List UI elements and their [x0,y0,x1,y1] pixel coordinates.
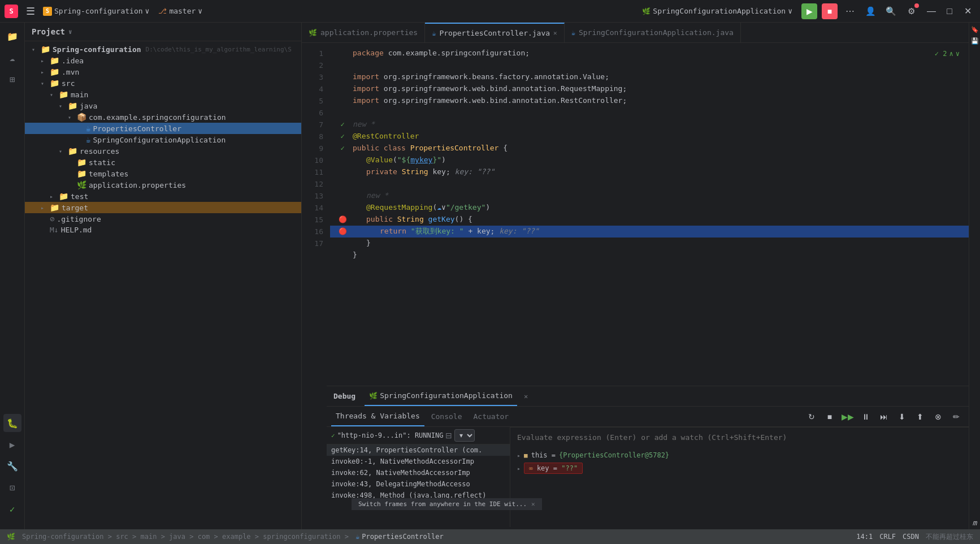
code-line-new-2: new * [330,190,971,202]
right-icon-database[interactable]: 💾 [970,36,979,45]
maximize-button[interactable]: □ [942,3,957,19]
tree-item-java[interactable]: ▾ 📁 java [25,100,301,111]
frame-invoke43[interactable]: invoke:43, DelegatingMethodAccesso [327,478,510,490]
tree-item-spring-app[interactable]: ☕ SpringConfigurationApplication [25,134,301,145]
debug-header: Debug 🌿 SpringConfigurationApplication ✕… [327,386,980,407]
right-icon-bookmark[interactable]: 🔖 [970,25,979,34]
status-encoding[interactable]: CSDN [903,533,919,541]
code-line-10: private String key; key: "??" [330,166,971,178]
frame-getkey[interactable]: getKey:14, PropertiesController (com. [327,444,510,456]
debug-tab-close[interactable]: ✕ [524,392,528,400]
project-title: Project [32,27,65,36]
project-dropdown[interactable]: ∨ [68,28,72,36]
var-this[interactable]: ▸ ■ this = {PropertiesController@5782} [510,450,980,461]
tree-item-properties-controller[interactable]: ☕ PropertiesController [25,123,301,134]
debug-edit-button[interactable]: ✏ [948,409,964,425]
frame-invoke62[interactable]: invoke:62, NativeMethodAccessorImp [327,467,510,478]
tree-item-target[interactable]: ▸ 📁 target [25,202,301,213]
code-line-14: 🔴 return "获取到key: " + key; key: "??" [330,226,971,238]
code-area[interactable]: package com.example.springconfiguration;… [330,43,971,403]
user-button[interactable]: 👤 [862,3,878,19]
tree-item-idea[interactable]: ▸ 📁 .idea [25,55,301,66]
branch-selector[interactable]: ⎇ master ∨ [158,7,202,15]
status-class: ☕ PropertiesController [355,533,444,541]
sidebar-icon-folder[interactable]: 📁 [3,27,21,45]
debug-step-over-button[interactable]: ⏭ [876,409,892,425]
sidebar-icon-git[interactable]: ✓ [3,500,21,518]
tab-console[interactable]: Console [427,407,467,426]
var-expand-this[interactable]: ▸ [517,452,521,459]
tree-item-src[interactable]: ▾ 📁 src [25,77,301,89]
minimize-button[interactable]: — [923,3,939,19]
close-button[interactable]: ✕ [960,3,975,19]
breakpoint-14: 🔴 [339,226,347,237]
debug-panel: Debug 🌿 SpringConfigurationApplication ✕… [327,386,980,527]
thread-filter-button[interactable]: ⊟ [445,431,452,440]
tree-item-root[interactable]: ▾ 📁 Spring-configuration D:\code\this_is… [25,44,301,55]
app-logo: S [5,5,18,18]
sidebar-icon-run[interactable]: ▶ [3,435,21,454]
tree-item-test[interactable]: ▸ 📁 test [25,191,301,202]
tree-item-help[interactable]: M↓ HELP.md [25,224,301,235]
debug-content: ✓ "http-nio-9...in": RUNNING ⊟ ▾ getKey:… [327,427,980,527]
tab-properties-controller[interactable]: ☕ PropertiesController.java ✕ [425,23,565,42]
code-line-2 [330,59,971,71]
var-expand-key[interactable]: ▸ [517,465,521,472]
debug-tab-spring-app[interactable]: 🌿 SpringConfigurationApplication [365,386,517,406]
run-config[interactable]: 🌿 SpringConfigurationApplication ∨ [642,7,792,15]
status-position: 14:1 [856,533,873,541]
debug-refresh-button[interactable]: ↻ [804,409,819,425]
var-key-highlight: ∞ key = "??" [524,463,583,474]
search-button[interactable]: 🔍 [883,3,899,19]
debug-resume-button[interactable]: ▶▶ [840,409,856,425]
debug-stop-button[interactable]: ■ [822,3,838,19]
tree-item-gitignore[interactable]: ⊘ .gitignore [25,213,301,224]
debug-pause-button[interactable]: ⏸ [858,409,874,425]
status-project[interactable]: 🌿 [7,533,15,541]
check-badge: ✓ 2 ∧ ∨ [935,50,960,58]
tree-item-package[interactable]: ▾ 📦 com.example.springconfiguration [25,111,301,123]
sidebar-icon-cloud[interactable]: ☁ [3,49,21,67]
tree-item-templates[interactable]: 📁 templates [25,168,301,179]
status-bar: 🌿 Spring-configuration > src > main > ja… [0,529,980,544]
menu-button[interactable]: ☰ [23,3,38,19]
code-line-13: 🔴 public String getKey() { [330,214,971,226]
tab-close-properties[interactable]: ✕ [553,29,557,37]
code-line-1: package com.example.springconfiguration; [330,48,971,59]
debug-step-into-button[interactable]: ⬇ [894,409,910,425]
line-numbers: 1 2 3 4 5 6 7 8 9 10 11 12 13 14 15 16 1… [302,43,330,403]
tab-application-properties[interactable]: 🌿 application.properties [302,23,425,42]
tab-spring-app[interactable]: ☕ SpringConfigurationApplication.java [565,23,741,42]
more-options-button[interactable]: ⋯ [842,3,858,19]
run-button[interactable]: ▶ [801,3,817,19]
tree-item-app-props[interactable]: 🌿 application.properties [25,179,301,191]
tree-item-main[interactable]: ▾ 📁 main [25,89,301,100]
sidebar-icon-tools[interactable]: 🔧 [3,457,21,475]
status-crlf[interactable]: CRLF [879,533,896,541]
debug-toolbar: Threads & Variables Console Actuator ↻ ■… [327,407,980,427]
debug-drop-frame-button[interactable]: ⊗ [930,409,946,425]
tree-item-resources[interactable]: ▾ 📁 resources [25,145,301,157]
eval-input[interactable] [517,433,977,442]
sidebar-icon-debug[interactable]: 🐛 [3,414,21,432]
frames-dropdown[interactable]: ▾ [454,429,475,442]
debug-step-out-button[interactable]: ⬆ [912,409,928,425]
gutter-tick-8: ✓ [340,143,344,154]
tree-item-mvn[interactable]: ▸ 📁 .mvn [25,66,301,77]
sidebar-icon-terminal[interactable]: ⊡ [3,478,21,496]
project-name[interactable]: S Spring-configuration ∨ [43,7,149,16]
tab-threads-variables[interactable]: Threads & Variables [331,407,424,426]
code-line-5: import org.springframework.web.bind.anno… [330,95,971,107]
tab-actuator[interactable]: Actuator [469,407,514,426]
eval-bar: + ∨ [510,427,980,447]
gutter-tick-7: ✓ [340,119,344,130]
tree-item-static[interactable]: 📁 static [25,157,301,168]
frame-invoke0[interactable]: invoke0:-1, NativeMethodAccessorImp [327,456,510,467]
settings-button[interactable]: ⚙ [903,3,919,19]
thread-running-label: "http-nio-9...in": RUNNING [337,431,444,439]
debug-stop-stream-button[interactable]: ■ [822,409,838,425]
sidebar-icon-extensions[interactable]: ⊞ [3,70,21,88]
code-line-7: ✓ @RestController [330,131,971,143]
var-key[interactable]: ▸ ∞ key = "??" [510,461,980,476]
frame-hint: Switch frames from anywhere in the IDE w… [358,500,510,508]
